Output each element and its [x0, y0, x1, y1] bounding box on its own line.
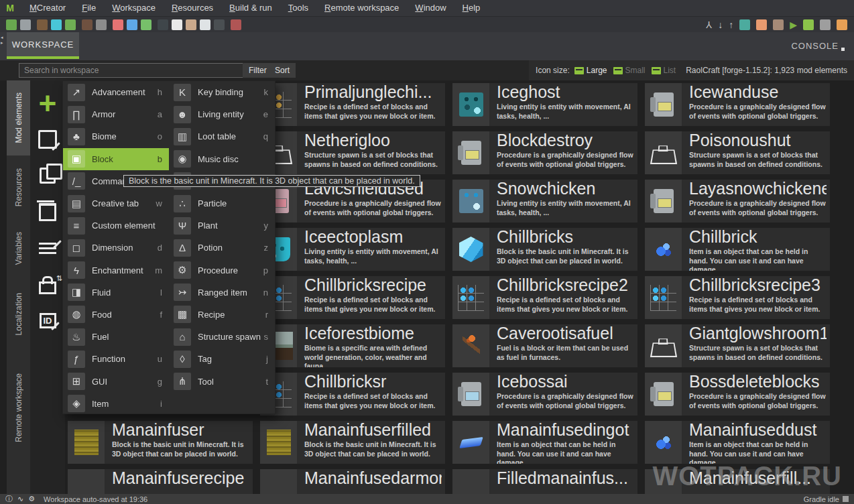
- item-textures-icon[interactable]: [127, 19, 137, 30]
- menu-item-potion[interactable]: ΔPotionz: [169, 237, 275, 259]
- new-texture-icon[interactable]: [6, 19, 17, 30]
- add-block-icon[interactable]: [214, 19, 225, 30]
- menubar-item-file[interactable]: File: [74, 0, 104, 16]
- import-sound-icon[interactable]: [82, 19, 93, 30]
- mod-element-tile-filledmanainfus[interactable]: Filledmanainfus...: [452, 469, 637, 494]
- sidebar-tab-localization[interactable]: Localization: [7, 277, 30, 351]
- menu-item-item[interactable]: ◈Itemi: [63, 393, 169, 415]
- menubar-item-window[interactable]: Window: [407, 0, 454, 16]
- menu-item-plant[interactable]: ΨPlanty: [169, 214, 275, 237]
- mod-element-tile-chillbricks[interactable]: ChillbricksBlock is the basic unit in Mi…: [452, 228, 637, 271]
- menu-item-fluid[interactable]: ◨Fluidl: [63, 281, 169, 304]
- filter-button[interactable]: Filter: [243, 63, 273, 78]
- mod-element-tile-chillbricksrecipe[interactable]: ChillbricksrecipeRecipe is a defined set…: [260, 276, 445, 319]
- menubar-item-build-run[interactable]: Build & run: [221, 0, 280, 16]
- add-mod-element-button[interactable]: +: [33, 88, 62, 118]
- menu-item-armor[interactable]: ∏Armora: [63, 103, 169, 125]
- gradient-range-icon[interactable]: [231, 19, 241, 30]
- mod-element-tile-manainfusedarmor[interactable]: Manainfusedarmor: [260, 469, 445, 494]
- mod-element-tile-poisonoushut[interactable]: PoisonoushutStructure spawn is a set of …: [645, 131, 830, 174]
- menu-item-creative-tab[interactable]: ▤Creative tabw: [63, 192, 169, 214]
- menu-item-ranged-item[interactable]: ↣Ranged itemn: [169, 281, 275, 304]
- menu-item-key-binding[interactable]: KKey bindingk: [169, 81, 275, 103]
- build-workspace-icon[interactable]: [773, 19, 784, 30]
- mod-element-tile-iceforestbiome[interactable]: IceforestbiomeBiome is a specific area w…: [260, 324, 445, 367]
- menubar-item-help[interactable]: Help: [454, 0, 489, 16]
- menu-item-tool[interactable]: ⋔Toolt: [169, 370, 275, 392]
- element-ids-button[interactable]: ID: [33, 306, 62, 335]
- menubar-item-mcreator[interactable]: MCreator: [21, 0, 74, 16]
- mod-element-tile-iceectoplasm[interactable]: IceectoplasmLiving entity is entity with…: [260, 228, 445, 271]
- menubar-item-resources[interactable]: Resources: [164, 0, 221, 16]
- menubar-item-tools[interactable]: Tools: [280, 0, 316, 16]
- mod-element-tile-manainfuserfilled[interactable]: ManainfuserfilledBlock is the basic unit…: [260, 421, 445, 464]
- import-item-texture-icon[interactable]: [51, 19, 62, 30]
- menu-item-structure-spawn[interactable]: ⌂Structure spawns: [169, 326, 275, 348]
- import-other-texture-icon[interactable]: [65, 19, 76, 30]
- news-icon[interactable]: ∿: [17, 494, 23, 504]
- icon-size-list[interactable]: List: [652, 66, 676, 75]
- menu-item-function[interactable]: ƒFunctionu: [63, 348, 169, 370]
- icon-size-large[interactable]: Large: [574, 66, 607, 75]
- new-animation-icon[interactable]: [20, 19, 31, 30]
- mod-element-tile-manainfuser[interactable]: ManainfuserBlock is the basic unit in Mi…: [68, 421, 253, 464]
- other-textures-icon[interactable]: [141, 19, 151, 30]
- tab-workspace[interactable]: WORKSPACE: [7, 32, 79, 59]
- menu-item-biome[interactable]: ♣Biomeo: [63, 125, 169, 147]
- menu-item-particle[interactable]: ∴Particle: [169, 192, 275, 214]
- run-client-icon[interactable]: ▶: [790, 19, 797, 30]
- delete-mod-element-button[interactable]: [33, 197, 62, 227]
- add-entity-icon[interactable]: [158, 19, 168, 30]
- edit-mod-element-button[interactable]: [33, 125, 62, 154]
- mod-element-tile-chillbricksr[interactable]: ChillbricksrRecipe is a defined set of b…: [260, 373, 445, 416]
- icon-size-small[interactable]: Small: [613, 66, 646, 75]
- tab-scroll-arrows[interactable]: ◂▸: [1, 35, 3, 46]
- mod-element-tile-bossdeleteblocks[interactable]: BossdeleteblocksProcedure is a graphical…: [645, 373, 830, 416]
- menu-item-procedure[interactable]: ⚙Procedurep: [169, 259, 275, 281]
- menu-item-tag[interactable]: ◊Tagj: [169, 348, 275, 370]
- add-egg-icon[interactable]: [172, 19, 182, 30]
- menu-item-recipe[interactable]: ▩Reciper: [169, 304, 275, 326]
- sidebar-tab-mod-elements[interactable]: Mod elements: [7, 80, 30, 155]
- menu-item-fuel[interactable]: ♨Fuel: [63, 326, 169, 348]
- menu-item-dimension[interactable]: ◻Dimensiond: [63, 237, 169, 259]
- mod-element-tile-manainfuseddust[interactable]: ManainfuseddustItem is an object that ca…: [645, 421, 830, 464]
- menu-item-block[interactable]: ▣Blockb: [63, 148, 169, 170]
- mod-element-tile-chillbricksrecipe3[interactable]: Chillbricksrecipe3Recipe is a defined se…: [645, 276, 830, 319]
- clean-workspace-icon[interactable]: [756, 19, 767, 30]
- sort-button[interactable]: Sort: [269, 63, 296, 78]
- mod-element-tile-caverootisafuel[interactable]: CaverootisafuelFuel is a block or item t…: [452, 324, 637, 367]
- gradle-tasks-icon[interactable]: [739, 19, 750, 30]
- workspace-variables-button[interactable]: [33, 233, 62, 263]
- menu-item-music-disc[interactable]: ◉Music disc: [169, 148, 275, 170]
- pull-changes-icon[interactable]: ↓: [718, 19, 723, 30]
- mod-element-tile-snowchicken[interactable]: SnowchickenLiving entity is entity with …: [452, 180, 637, 223]
- menu-item-food[interactable]: ◍Foodf: [63, 304, 169, 326]
- tab-console[interactable]: CONSOLE: [791, 32, 845, 59]
- mod-element-tile-iceghost[interactable]: IceghostLiving entity is entity with mov…: [452, 83, 637, 126]
- mod-element-tile-layasnowchickene[interactable]: Layasnowchickene...Procedure is a graphi…: [645, 180, 830, 223]
- localization-button[interactable]: [33, 269, 62, 299]
- mod-element-tile-chillbrick[interactable]: ChillbrickItem is an object that can be …: [645, 228, 830, 271]
- block-textures-icon[interactable]: [113, 19, 123, 30]
- sidebar-tab-resources[interactable]: Resources: [7, 155, 30, 220]
- info-icon[interactable]: ⓘ: [5, 494, 13, 504]
- vcs-branch-icon[interactable]: Y: [706, 19, 712, 30]
- mod-element-tile-chillbricksrecipe2[interactable]: Chillbricksrecipe2Recipe is a defined se…: [452, 276, 637, 319]
- mod-element-tile-icewanduse[interactable]: IcewanduseProcedure is a graphically des…: [645, 83, 830, 126]
- add-armor-icon[interactable]: [200, 19, 210, 30]
- export-mod-icon[interactable]: [837, 19, 847, 30]
- run-log-icon[interactable]: [803, 19, 814, 30]
- mod-element-tile-manainfusedingot[interactable]: ManainfusedingotItem is an object that c…: [452, 421, 637, 464]
- settings-icon[interactable]: ⚙: [28, 494, 35, 504]
- sidebar-tab-variables[interactable]: Variables: [7, 220, 30, 277]
- mod-element-tile-icebossai[interactable]: IcebossaiProcedure is a graphically desi…: [452, 373, 637, 416]
- menu-item-custom-element[interactable]: ≡Custom element: [63, 214, 169, 237]
- push-changes-icon[interactable]: ↑: [729, 19, 733, 30]
- menubar-item-workspace[interactable]: Workspace: [104, 0, 164, 16]
- search-input[interactable]: [19, 63, 247, 78]
- add-rod-icon[interactable]: [186, 19, 196, 30]
- menubar-item-remote-workspace[interactable]: Remote workspace: [316, 0, 407, 16]
- menu-item-living-entity[interactable]: ☻Living entitye: [169, 103, 275, 125]
- mod-element-tile-giantglowshroom1[interactable]: Giantglowshroom1Structure spawn is a set…: [645, 324, 830, 367]
